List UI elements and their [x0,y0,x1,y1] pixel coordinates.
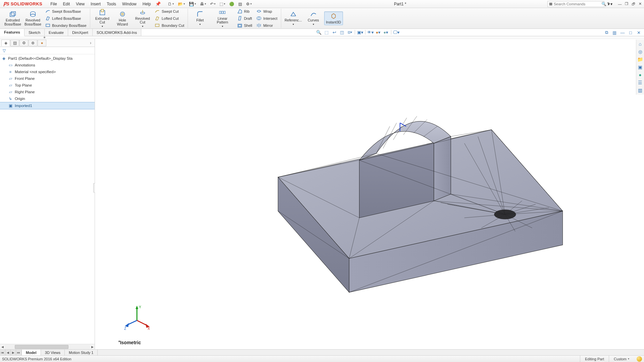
intersect-button[interactable]: Intersect [255,15,279,22]
panel-hscrollbar[interactable]: ◀ ▶ [0,344,95,349]
graphics-viewport[interactable]: Y X Z *Isometric [95,39,644,349]
tab-nav-last-icon[interactable]: ⏭ [16,350,21,355]
instant3d-button[interactable]: Instant3D [324,11,343,25]
pin-icon[interactable]: 📌 [155,1,161,6]
shell-button[interactable]: Shell [236,22,253,29]
tab-addins[interactable]: SOLIDWORKS Add-Ins [93,29,141,36]
qat-open[interactable]: 📂▾ [177,1,186,7]
vp-minimize-icon[interactable]: — [619,30,626,36]
feature-manager-tab-icon[interactable]: ◈ [1,40,10,46]
search-input[interactable] [554,2,600,6]
menu-tools[interactable]: Tools [104,1,119,7]
tab-features[interactable]: Features [0,29,24,36]
revolved-boss-button[interactable]: Revolved Boss/Base [23,9,42,27]
status-mode[interactable]: Editing Part [580,356,609,362]
swept-boss-button[interactable]: Swept Boss/Base [44,8,88,15]
taskpane-view-palette-icon[interactable]: ▣ [637,63,644,71]
tree-material[interactable]: ≡ Material <not specified> [0,68,95,75]
apply-scene-icon[interactable]: ●▾ [383,29,389,35]
search-commands[interactable]: ▦ 🔍 ▾ [547,1,604,7]
display-style-icon[interactable]: ▣▾ [357,29,363,35]
help-icon[interactable]: ? ▾ [607,2,612,6]
extruded-cut-button[interactable]: Extruded Cut ▾ [93,8,112,29]
dimxpert-manager-tab-icon[interactable]: ⊕ [29,40,37,46]
zoom-fit-icon[interactable]: 🔍 [315,29,322,35]
curves-button[interactable]: Curves ▾ [304,9,323,27]
manager-expand-icon[interactable]: › [88,41,93,45]
menu-file[interactable]: File [48,1,59,7]
edit-appearance-icon[interactable]: ●▾ [375,29,382,35]
taskpane-file-explorer-icon[interactable]: 📁 [637,56,644,63]
section-view-icon[interactable]: ◫ [339,29,345,35]
boundary-cut-button[interactable]: Boundary Cut [153,22,186,29]
window-close-icon[interactable]: ✕ [637,2,643,6]
vp-link-icon[interactable]: ⧉ [603,30,610,36]
taskpane-design-library-icon[interactable]: ◎ [637,48,644,55]
lofted-cut-button[interactable]: Lofted Cut [153,15,186,22]
doc-restore-icon[interactable]: 🗗 [631,2,636,6]
tree-right-plane[interactable]: ▱ Right Plane [0,89,95,95]
qat-print[interactable]: 🖶▾ [199,1,207,7]
search-icon[interactable]: 🔍 [601,2,606,6]
tree-imported1[interactable]: ▣ Imported1 [0,102,95,109]
status-units[interactable]: Custom▾ [609,356,634,362]
vp-close-icon[interactable]: ✕ [635,30,642,36]
reference-geometry-button[interactable]: Referenc... ▾ [284,9,303,27]
hide-show-icon[interactable]: 👁▾ [367,29,374,35]
hscroll-thumb[interactable] [15,345,68,349]
view-orientation-icon[interactable]: ⧈▾ [346,29,353,35]
view-settings-icon[interactable]: 🖵▾ [393,29,400,35]
taskpane-home-icon[interactable]: ⌂ [637,40,644,48]
hscroll-left-icon[interactable]: ◀ [0,345,5,349]
tree-annotations[interactable]: ▭ Annotations [0,62,95,68]
boundary-boss-button[interactable]: Boundary Boss/Base [44,22,88,29]
bottom-tab-model[interactable]: Model [22,350,41,355]
qat-undo[interactable]: ↶▾ [209,1,216,7]
menu-insert[interactable]: Insert [88,1,103,7]
hscroll-right-icon[interactable]: ▶ [90,345,95,349]
tree-origin[interactable]: ↳ Origin [0,95,95,102]
extruded-boss-button[interactable]: Extruded Boss/Base [3,9,22,27]
display-manager-tab-icon[interactable]: ● [38,40,46,46]
qat-save[interactable]: 💾▾ [188,1,197,7]
mirror-button[interactable]: Mirror [255,22,279,29]
taskpane-custom-props-icon[interactable]: ☰ [637,79,644,86]
lofted-boss-button[interactable]: Lofted Boss/Base [44,15,88,22]
draft-button[interactable]: Draft [236,15,253,22]
qat-select[interactable]: ⬚▾ [218,1,226,7]
tree-root-part[interactable]: ◈ Part1 (Default<<Default>_Display Sta [0,55,95,62]
qat-new[interactable]: 🗋▾ [167,1,175,7]
swept-cut-button[interactable]: Swept Cut [153,8,186,15]
vp-maximize-icon[interactable]: □ [627,30,634,36]
linear-pattern-button[interactable]: Linear Pattern ▾ [211,8,234,29]
property-manager-tab-icon[interactable]: ▤ [10,40,19,46]
orientation-triad[interactable]: Y X Z [123,304,150,330]
window-restore-icon[interactable]: ❐ [624,2,629,6]
menu-view[interactable]: View [73,1,87,7]
tab-nav-prev-icon[interactable]: ◀ [5,350,11,355]
hole-wizard-button[interactable]: Hole Wizard [113,9,132,27]
tab-nav-first-icon[interactable]: ⏮ [0,350,5,355]
tab-dimxpert[interactable]: DimXpert [68,29,93,36]
tree-top-plane[interactable]: ▱ Top Plane [0,82,95,89]
status-rebuild-icon[interactable] [637,356,642,362]
bottom-tab-3dviews[interactable]: 3D Views [41,350,65,355]
zoom-area-icon[interactable]: ⬚ [323,29,330,35]
qat-rebuild[interactable]: 🟢 [228,1,235,7]
tab-evaluate[interactable]: Evaluate [45,29,68,36]
configuration-manager-tab-icon[interactable]: ⚙ [19,40,28,46]
menu-edit[interactable]: Edit [60,1,73,7]
fillet-button[interactable]: Fillet ▾ [191,9,209,27]
tab-nav-next-icon[interactable]: ▶ [11,350,16,355]
taskpane-forum-icon[interactable]: ▥ [637,87,644,94]
wrap-button[interactable]: Wrap [255,8,279,15]
tree-front-plane[interactable]: ▱ Front Plane [0,75,95,82]
window-minimize-icon[interactable]: — [617,2,623,6]
hscroll-track[interactable] [5,345,90,349]
qat-options-list[interactable]: ▤ [237,1,243,7]
menu-help[interactable]: Help [140,1,154,7]
qat-settings[interactable]: ⚙▾ [245,1,253,7]
taskpane-appearances-icon[interactable]: ● [637,71,644,79]
revolved-cut-button[interactable]: Revolved Cut ▾ [133,8,152,29]
filter-icon[interactable]: ▽ [3,48,6,53]
